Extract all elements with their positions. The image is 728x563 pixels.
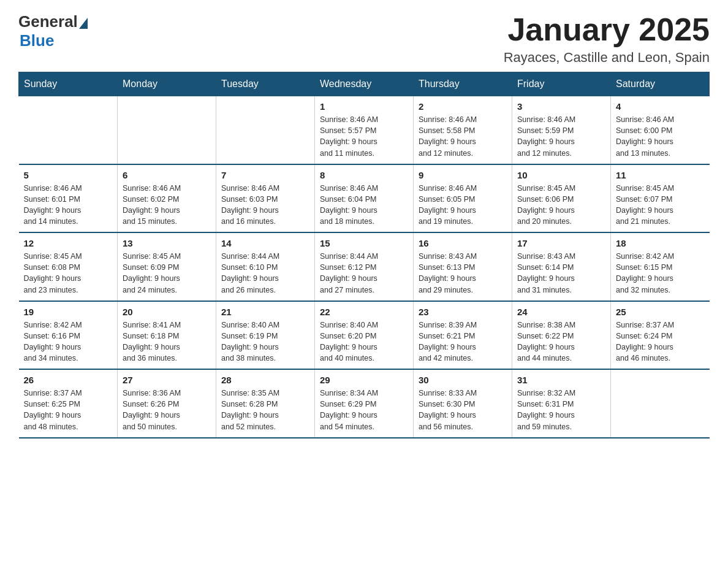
day-number: 25 bbox=[616, 307, 705, 317]
calendar-cell: 25Sunrise: 8:37 AM Sunset: 6:24 PM Dayli… bbox=[611, 301, 710, 370]
calendar-cell: 4Sunrise: 8:46 AM Sunset: 6:00 PM Daylig… bbox=[611, 96, 710, 164]
logo: General Blue bbox=[18, 12, 88, 50]
calendar-week-3: 12Sunrise: 8:45 AM Sunset: 6:08 PM Dayli… bbox=[19, 232, 710, 301]
day-number: 23 bbox=[419, 307, 507, 317]
calendar-cell: 8Sunrise: 8:46 AM Sunset: 6:04 PM Daylig… bbox=[315, 164, 414, 233]
day-number: 26 bbox=[24, 375, 113, 385]
calendar-cell: 28Sunrise: 8:35 AM Sunset: 6:28 PM Dayli… bbox=[216, 369, 315, 438]
calendar-header: Sunday Monday Tuesday Wednesday Thursday… bbox=[19, 72, 710, 96]
subtitle: Rayaces, Castille and Leon, Spain bbox=[504, 50, 710, 66]
day-number: 27 bbox=[123, 375, 211, 385]
calendar-cell bbox=[118, 96, 216, 164]
col-monday: Monday bbox=[118, 72, 216, 96]
col-friday: Friday bbox=[512, 72, 611, 96]
day-info: Sunrise: 8:37 AM Sunset: 6:24 PM Dayligh… bbox=[616, 320, 705, 364]
day-info: Sunrise: 8:46 AM Sunset: 6:01 PM Dayligh… bbox=[24, 183, 113, 228]
calendar-cell: 24Sunrise: 8:38 AM Sunset: 6:22 PM Dayli… bbox=[512, 301, 611, 370]
day-number: 7 bbox=[221, 170, 309, 180]
day-number: 21 bbox=[221, 307, 309, 317]
col-sunday: Sunday bbox=[19, 72, 118, 96]
calendar-week-1: 1Sunrise: 8:46 AM Sunset: 5:57 PM Daylig… bbox=[19, 96, 710, 164]
col-saturday: Saturday bbox=[611, 72, 710, 96]
day-info: Sunrise: 8:39 AM Sunset: 6:21 PM Dayligh… bbox=[419, 320, 507, 364]
day-info: Sunrise: 8:32 AM Sunset: 6:31 PM Dayligh… bbox=[517, 388, 605, 432]
calendar-cell: 21Sunrise: 8:40 AM Sunset: 6:19 PM Dayli… bbox=[216, 301, 315, 370]
day-number: 15 bbox=[320, 238, 408, 248]
day-number: 17 bbox=[517, 238, 605, 248]
day-info: Sunrise: 8:46 AM Sunset: 5:58 PM Dayligh… bbox=[419, 114, 507, 159]
day-info: Sunrise: 8:46 AM Sunset: 5:59 PM Dayligh… bbox=[517, 114, 605, 159]
day-number: 12 bbox=[24, 238, 113, 248]
day-number: 28 bbox=[221, 375, 309, 385]
day-info: Sunrise: 8:45 AM Sunset: 6:08 PM Dayligh… bbox=[24, 251, 113, 296]
logo-blue-text: Blue bbox=[20, 31, 54, 50]
day-info: Sunrise: 8:41 AM Sunset: 6:18 PM Dayligh… bbox=[123, 320, 211, 364]
day-number: 20 bbox=[123, 307, 211, 317]
calendar-cell: 18Sunrise: 8:42 AM Sunset: 6:15 PM Dayli… bbox=[611, 232, 710, 301]
day-info: Sunrise: 8:45 AM Sunset: 6:06 PM Dayligh… bbox=[517, 183, 605, 228]
day-info: Sunrise: 8:35 AM Sunset: 6:28 PM Dayligh… bbox=[221, 388, 309, 432]
calendar-table: Sunday Monday Tuesday Wednesday Thursday… bbox=[18, 72, 710, 439]
day-number: 6 bbox=[123, 170, 211, 180]
day-number: 10 bbox=[517, 170, 605, 180]
day-number: 31 bbox=[517, 375, 605, 385]
day-number: 18 bbox=[616, 238, 705, 248]
calendar-cell: 9Sunrise: 8:46 AM Sunset: 6:05 PM Daylig… bbox=[414, 164, 512, 233]
day-number: 24 bbox=[517, 307, 605, 317]
day-info: Sunrise: 8:46 AM Sunset: 6:05 PM Dayligh… bbox=[419, 183, 507, 228]
calendar-cell: 7Sunrise: 8:46 AM Sunset: 6:03 PM Daylig… bbox=[216, 164, 315, 233]
day-info: Sunrise: 8:37 AM Sunset: 6:25 PM Dayligh… bbox=[24, 388, 113, 432]
logo-general-text: General bbox=[18, 12, 78, 31]
calendar-cell bbox=[611, 369, 710, 438]
calendar-cell: 19Sunrise: 8:42 AM Sunset: 6:16 PM Dayli… bbox=[19, 301, 118, 370]
day-number: 11 bbox=[616, 170, 705, 180]
page-header: General Blue January 2025 Rayaces, Casti… bbox=[18, 12, 710, 66]
calendar-cell: 30Sunrise: 8:33 AM Sunset: 6:30 PM Dayli… bbox=[414, 369, 512, 438]
calendar-cell: 23Sunrise: 8:39 AM Sunset: 6:21 PM Dayli… bbox=[414, 301, 512, 370]
calendar-cell: 5Sunrise: 8:46 AM Sunset: 6:01 PM Daylig… bbox=[19, 164, 118, 233]
day-number: 2 bbox=[419, 101, 507, 112]
calendar-cell: 6Sunrise: 8:46 AM Sunset: 6:02 PM Daylig… bbox=[118, 164, 216, 233]
day-number: 30 bbox=[419, 375, 507, 385]
day-number: 3 bbox=[517, 101, 605, 112]
day-info: Sunrise: 8:36 AM Sunset: 6:26 PM Dayligh… bbox=[123, 388, 211, 432]
calendar-cell: 1Sunrise: 8:46 AM Sunset: 5:57 PM Daylig… bbox=[315, 96, 414, 164]
day-number: 16 bbox=[419, 238, 507, 248]
day-info: Sunrise: 8:38 AM Sunset: 6:22 PM Dayligh… bbox=[517, 320, 605, 364]
calendar-cell: 27Sunrise: 8:36 AM Sunset: 6:26 PM Dayli… bbox=[118, 369, 216, 438]
day-info: Sunrise: 8:46 AM Sunset: 6:04 PM Dayligh… bbox=[320, 183, 408, 228]
day-info: Sunrise: 8:46 AM Sunset: 6:03 PM Dayligh… bbox=[221, 183, 309, 228]
calendar-cell: 29Sunrise: 8:34 AM Sunset: 6:29 PM Dayli… bbox=[315, 369, 414, 438]
day-info: Sunrise: 8:33 AM Sunset: 6:30 PM Dayligh… bbox=[419, 388, 507, 432]
day-number: 1 bbox=[320, 101, 408, 112]
calendar-cell: 15Sunrise: 8:44 AM Sunset: 6:12 PM Dayli… bbox=[315, 232, 414, 301]
day-info: Sunrise: 8:40 AM Sunset: 6:20 PM Dayligh… bbox=[320, 320, 408, 364]
calendar-cell bbox=[19, 96, 118, 164]
calendar-week-4: 19Sunrise: 8:42 AM Sunset: 6:16 PM Dayli… bbox=[19, 301, 710, 370]
col-tuesday: Tuesday bbox=[216, 72, 315, 96]
calendar-body: 1Sunrise: 8:46 AM Sunset: 5:57 PM Daylig… bbox=[19, 96, 710, 438]
day-number: 9 bbox=[419, 170, 507, 180]
calendar-cell: 17Sunrise: 8:43 AM Sunset: 6:14 PM Dayli… bbox=[512, 232, 611, 301]
day-number: 19 bbox=[24, 307, 113, 317]
day-info: Sunrise: 8:42 AM Sunset: 6:15 PM Dayligh… bbox=[616, 251, 705, 296]
day-info: Sunrise: 8:44 AM Sunset: 6:10 PM Dayligh… bbox=[221, 251, 309, 296]
calendar-cell: 16Sunrise: 8:43 AM Sunset: 6:13 PM Dayli… bbox=[414, 232, 512, 301]
page-title: January 2025 bbox=[504, 12, 710, 47]
day-info: Sunrise: 8:40 AM Sunset: 6:19 PM Dayligh… bbox=[221, 320, 309, 364]
day-info: Sunrise: 8:43 AM Sunset: 6:13 PM Dayligh… bbox=[419, 251, 507, 296]
day-number: 4 bbox=[616, 101, 705, 112]
day-info: Sunrise: 8:45 AM Sunset: 6:09 PM Dayligh… bbox=[123, 251, 211, 296]
calendar-cell: 11Sunrise: 8:45 AM Sunset: 6:07 PM Dayli… bbox=[611, 164, 710, 233]
calendar-cell: 20Sunrise: 8:41 AM Sunset: 6:18 PM Dayli… bbox=[118, 301, 216, 370]
calendar-cell: 3Sunrise: 8:46 AM Sunset: 5:59 PM Daylig… bbox=[512, 96, 611, 164]
title-section: January 2025 Rayaces, Castille and Leon,… bbox=[504, 12, 710, 66]
calendar-cell: 14Sunrise: 8:44 AM Sunset: 6:10 PM Dayli… bbox=[216, 232, 315, 301]
calendar-cell: 13Sunrise: 8:45 AM Sunset: 6:09 PM Dayli… bbox=[118, 232, 216, 301]
calendar-week-5: 26Sunrise: 8:37 AM Sunset: 6:25 PM Dayli… bbox=[19, 369, 710, 438]
day-info: Sunrise: 8:46 AM Sunset: 6:00 PM Dayligh… bbox=[616, 114, 705, 159]
calendar-cell bbox=[216, 96, 315, 164]
day-number: 14 bbox=[221, 238, 309, 248]
logo-triangle-icon bbox=[79, 18, 88, 29]
day-info: Sunrise: 8:42 AM Sunset: 6:16 PM Dayligh… bbox=[24, 320, 113, 364]
